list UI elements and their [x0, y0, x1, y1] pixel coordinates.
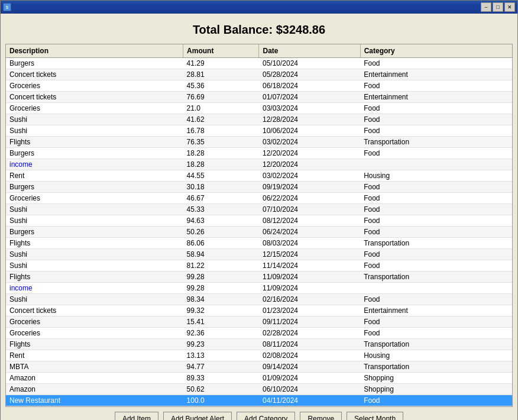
cell-date: 08/11/2024 — [259, 339, 360, 350]
table-row[interactable]: Flights76.3503/02/2024Transportation — [6, 137, 512, 148]
cell-date: 11/14/2024 — [259, 260, 360, 272]
table-row[interactable]: Flights99.2308/11/2024Transportation — [6, 339, 512, 350]
table-row[interactable]: Sushi41.6212/28/2024Food — [6, 114, 512, 125]
cell-category: Transportation — [360, 272, 512, 283]
cell-date: 01/09/2024 — [259, 373, 360, 384]
cell-date: 06/10/2024 — [259, 384, 360, 395]
table-row[interactable]: Concert tickets28.8105/28/2024Entertainm… — [6, 69, 512, 80]
table-row[interactable]: Sushi58.9412/15/2024Food — [6, 249, 512, 260]
cell-description: Concert tickets — [6, 305, 183, 316]
add-item-button[interactable]: Add Item — [115, 412, 158, 420]
cell-date: 01/23/2024 — [259, 305, 360, 316]
cell-category: Transportation — [360, 361, 512, 373]
table-row[interactable]: Rent13.1302/08/2024Housing — [6, 350, 512, 361]
cell-description: Burgers — [6, 227, 183, 238]
cell-category: Food — [360, 114, 512, 125]
cell-amount: 99.32 — [183, 305, 259, 316]
title-bar-controls[interactable]: – □ ✕ — [481, 2, 515, 12]
table-row[interactable]: income18.2812/20/2024 — [6, 159, 512, 170]
cell-description: New Restaurant — [6, 395, 183, 406]
maximize-button[interactable]: □ — [493, 2, 503, 12]
cell-category: Food — [360, 260, 512, 272]
cell-description: Sushi — [6, 125, 183, 137]
cell-date: 09/11/2024 — [259, 316, 360, 328]
cell-description: Rent — [6, 170, 183, 182]
cell-description: Groceries — [6, 103, 183, 114]
cell-category: Food — [360, 125, 512, 137]
cell-description: Sushi — [6, 215, 183, 227]
remove-button[interactable]: Remove — [300, 412, 342, 420]
table-row[interactable]: Sushi98.3402/16/2024Food — [6, 294, 512, 305]
cell-date: 08/12/2024 — [259, 215, 360, 227]
cell-date: 12/20/2024 — [259, 148, 360, 159]
add-category-button[interactable]: Add Category — [237, 412, 295, 420]
table-row[interactable]: Groceries21.003/03/2024Food — [6, 103, 512, 114]
table-row[interactable]: income99.2811/09/2024 — [6, 283, 512, 294]
table-row[interactable]: Burgers30.1809/19/2024Food — [6, 182, 512, 193]
cell-description: Sushi — [6, 294, 183, 305]
minimize-button[interactable]: – — [481, 2, 491, 12]
cell-category: Food — [360, 103, 512, 114]
cell-amount: 99.23 — [183, 339, 259, 350]
table-row[interactable]: Amazon89.3301/09/2024Shopping — [6, 373, 512, 384]
cell-date: 07/10/2024 — [259, 204, 360, 215]
cell-amount: 15.41 — [183, 316, 259, 328]
table-row[interactable]: Groceries46.6706/22/2024Food — [6, 193, 512, 204]
action-buttons-row: Add Item Add Budget Alert Add Category R… — [5, 407, 513, 420]
col-header-description: Description — [6, 44, 183, 58]
cell-date: 11/09/2024 — [259, 283, 360, 294]
cell-category: Shopping — [360, 373, 512, 384]
table-row[interactable]: Burgers50.2606/24/2024Food — [6, 227, 512, 238]
cell-date: 02/28/2024 — [259, 328, 360, 339]
table-row[interactable]: Sushi81.2211/14/2024Food — [6, 260, 512, 272]
cell-date: 10/06/2024 — [259, 125, 360, 137]
table-row[interactable]: MBTA94.7709/14/2024Transportation — [6, 361, 512, 373]
app-icon: $ — [3, 3, 11, 11]
table-row[interactable]: Sushi45.3307/10/2024Food — [6, 204, 512, 215]
cell-amount: 13.13 — [183, 350, 259, 361]
cell-description: income — [6, 283, 183, 294]
cell-date: 12/15/2024 — [259, 249, 360, 260]
cell-amount: 76.69 — [183, 92, 259, 103]
cell-category: Food — [360, 148, 512, 159]
table-row[interactable]: Groceries92.3602/28/2024Food — [6, 328, 512, 339]
cell-category: Food — [360, 395, 512, 406]
cell-description: Amazon — [6, 373, 183, 384]
cell-description: income — [6, 159, 183, 170]
cell-description: Burgers — [6, 182, 183, 193]
cell-amount: 81.22 — [183, 260, 259, 272]
table-row[interactable]: Concert tickets99.3201/23/2024Entertainm… — [6, 305, 512, 316]
table-row[interactable]: Amazon50.6206/10/2024Shopping — [6, 384, 512, 395]
table-row[interactable]: Sushi16.7810/06/2024Food — [6, 125, 512, 137]
col-header-date: Date — [259, 44, 360, 58]
table-row[interactable]: Groceries45.3606/18/2024Food — [6, 80, 512, 92]
cell-description: Groceries — [6, 193, 183, 204]
col-header-amount: Amount — [183, 44, 259, 58]
transactions-table-container: Description Amount Date Category Burgers… — [5, 44, 513, 407]
cell-amount: 46.67 — [183, 193, 259, 204]
table-row[interactable]: Concert tickets76.6901/07/2024Entertainm… — [6, 92, 512, 103]
cell-date: 03/02/2024 — [259, 137, 360, 148]
table-row[interactable]: Burgers18.2812/20/2024Food — [6, 148, 512, 159]
table-row[interactable]: Flights86.0608/03/2024Transportation — [6, 238, 512, 249]
cell-amount: 94.63 — [183, 215, 259, 227]
table-row[interactable]: Rent44.5503/02/2024Housing — [6, 170, 512, 182]
table-row[interactable]: Burgers41.2905/10/2024Food — [6, 58, 512, 69]
cell-category: Food — [360, 193, 512, 204]
select-month-button[interactable]: Select Month — [347, 412, 403, 420]
total-balance: Total Balance: $3248.86 — [5, 18, 513, 44]
cell-date: 04/11/2024 — [259, 395, 360, 406]
table-row[interactable]: New Restaurant100.004/11/2024Food — [6, 395, 512, 406]
cell-date: 06/24/2024 — [259, 227, 360, 238]
cell-amount: 41.62 — [183, 114, 259, 125]
cell-description: Groceries — [6, 316, 183, 328]
table-row[interactable]: Groceries15.4109/11/2024Food — [6, 316, 512, 328]
add-budget-alert-button[interactable]: Add Budget Alert — [163, 412, 232, 420]
table-row[interactable]: Flights99.2811/09/2024Transportation — [6, 272, 512, 283]
close-button[interactable]: ✕ — [504, 2, 515, 12]
cell-description: Flights — [6, 238, 183, 249]
title-bar: $ – □ ✕ — [1, 1, 517, 14]
cell-date: 12/28/2024 — [259, 114, 360, 125]
table-scroll[interactable]: Description Amount Date Category Burgers… — [6, 44, 512, 406]
table-row[interactable]: Sushi94.6308/12/2024Food — [6, 215, 512, 227]
